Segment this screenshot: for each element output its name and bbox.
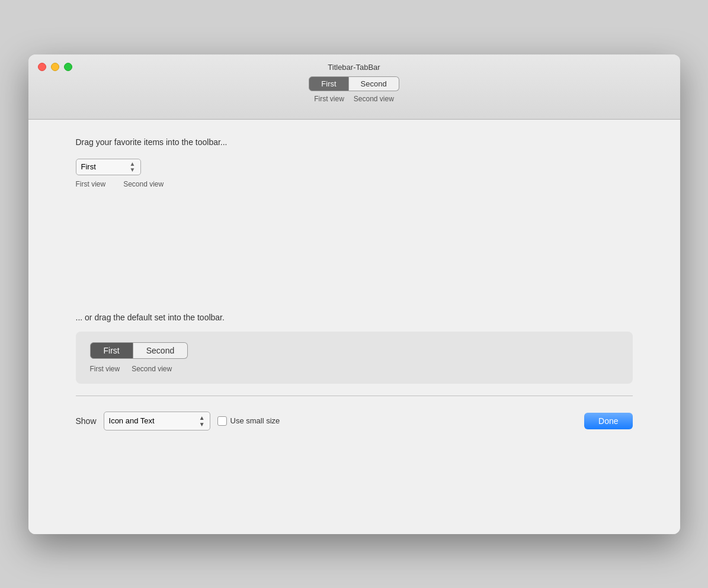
second-view-label: Second view — [354, 95, 394, 103]
first-view-label: First view — [314, 95, 344, 103]
default-tab-second[interactable]: Second — [133, 342, 188, 359]
titlebar: Titlebar-TabBar First Second First view … — [28, 54, 680, 120]
show-select-stepper: ▲ ▼ — [199, 415, 205, 428]
show-label: Show — [76, 416, 97, 426]
mini-first-view-label: First view — [76, 180, 106, 188]
default-view-labels: First view Second view — [90, 365, 619, 373]
segmented-control-container: First ▲ ▼ First view Second view — [76, 159, 633, 188]
small-size-checkbox[interactable] — [217, 416, 227, 426]
maximize-button[interactable] — [64, 63, 72, 71]
bottom-bar: Show Icon and Text ▲ ▼ Use small size Do… — [76, 406, 633, 436]
drag-default-instruction: ... or drag the default set into the too… — [76, 313, 633, 322]
traffic-lights — [38, 63, 72, 71]
close-button[interactable] — [38, 63, 46, 71]
drag-instruction: Drag your favorite items into the toolba… — [76, 137, 633, 147]
show-select[interactable]: Icon and Text ▲ ▼ — [104, 412, 210, 430]
minimize-button[interactable] — [51, 63, 59, 71]
default-tab-first[interactable]: First — [90, 342, 133, 359]
default-set-box: First Second First view Second view — [76, 332, 633, 384]
mini-tab-labels: First view Second view — [76, 180, 633, 188]
tab-first[interactable]: First — [309, 76, 348, 91]
done-button[interactable]: Done — [584, 413, 632, 429]
tab-second[interactable]: Second — [349, 76, 399, 91]
segmented-control-select[interactable]: First ▲ ▼ — [76, 159, 141, 175]
checkbox-container: Use small size — [217, 416, 280, 426]
default-first-view-label: First view — [90, 365, 120, 373]
window-title: Titlebar-TabBar — [328, 63, 380, 72]
window-content: Drag your favorite items into the toolba… — [28, 120, 680, 534]
divider — [76, 396, 633, 396]
show-select-value: Icon and Text — [109, 416, 155, 425]
stepper-icon: ▲ ▼ — [130, 161, 136, 173]
checkbox-label: Use small size — [230, 416, 280, 425]
titlebar-view-labels: First view Second view — [314, 95, 394, 103]
mini-second-view-label: Second view — [123, 180, 164, 188]
main-window: Titlebar-TabBar First Second First view … — [28, 54, 680, 534]
spacer — [76, 194, 633, 313]
titlebar-tab-bar: First Second — [309, 76, 399, 91]
default-tab-bar: First Second — [90, 342, 619, 359]
segmented-select-value: First — [81, 162, 96, 171]
default-second-view-label: Second view — [132, 365, 172, 373]
